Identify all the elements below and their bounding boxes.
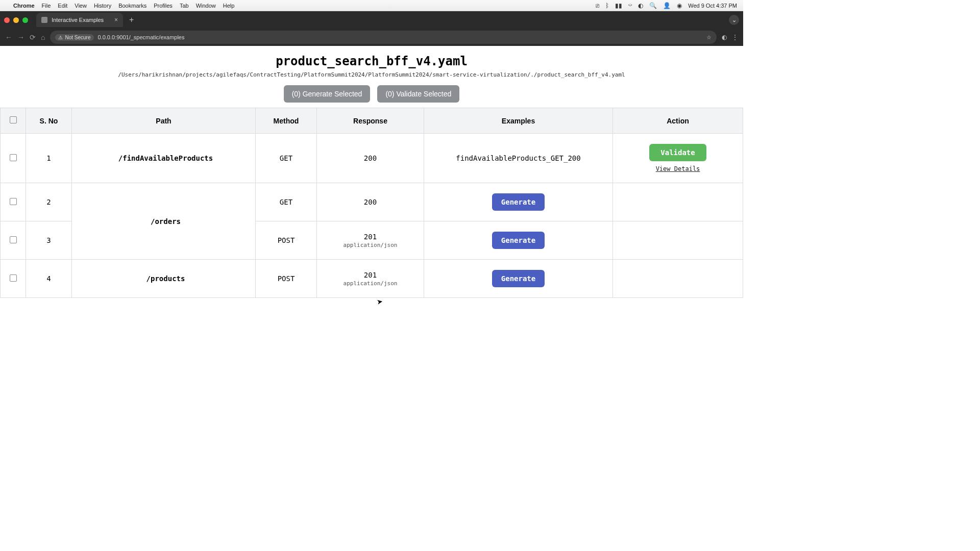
cursor-icon: ➤ — [376, 297, 384, 306]
menu-edit[interactable]: Edit — [58, 3, 67, 9]
siri-icon[interactable]: ◉ — [677, 2, 682, 9]
cell-response: 201 — [364, 271, 377, 279]
bluetooth-icon[interactable]: ᛒ — [605, 2, 609, 9]
browser-menu-icon[interactable]: ⋮ — [732, 34, 738, 41]
view-details-link[interactable]: View Details — [618, 165, 738, 172]
cell-path: /products — [72, 260, 256, 298]
url-text: 0.0.0.0:9001/_specmatic/examples — [98, 34, 185, 40]
header-sno: S. No — [26, 108, 72, 134]
row-checkbox[interactable] — [10, 198, 17, 205]
cell-response-sub: application/json — [322, 280, 419, 287]
menu-history[interactable]: History — [94, 3, 111, 9]
control-center-icon[interactable]: ◐ — [638, 2, 643, 9]
cell-response: 200 — [317, 134, 424, 183]
tab-close-icon[interactable]: × — [114, 16, 118, 23]
menu-bookmarks[interactable]: Bookmarks — [118, 3, 146, 9]
menu-window[interactable]: Window — [196, 3, 216, 9]
header-response: Response — [317, 108, 424, 134]
row-checkbox[interactable] — [10, 236, 17, 243]
nav-reload-icon[interactable]: ⟳ — [30, 33, 36, 41]
browser-tabstrip: Interactive Examples × + ⌄ — [0, 11, 743, 29]
cell-path: /findAvailableProducts — [72, 134, 256, 183]
macos-menubar: Chrome File Edit View History Bookmarks … — [0, 0, 743, 11]
cell-response: 200 — [317, 183, 424, 221]
cell-sno: 1 — [26, 134, 72, 183]
tabs-overflow-button[interactable]: ⌄ — [729, 15, 739, 25]
menu-profiles[interactable]: Profiles — [154, 3, 173, 9]
header-examples: Examples — [424, 108, 613, 134]
extension-icon[interactable]: ◐ — [722, 34, 727, 41]
new-tab-button[interactable]: + — [126, 15, 137, 24]
cell-example: findAvailableProducts_GET_200 — [424, 134, 613, 183]
generate-selected-button[interactable]: (0) Generate Selected — [284, 85, 371, 103]
row-checkbox[interactable] — [10, 274, 17, 282]
generate-button[interactable]: Generate — [492, 193, 545, 211]
not-secure-label: Not Secure — [65, 35, 90, 40]
table-row: 1 /findAvailableProducts GET 200 findAva… — [1, 134, 743, 183]
cell-method: GET — [256, 183, 317, 221]
browser-toolbar: ← → ⟳ ⌂ ⚠ Not Secure 0.0.0.0:9001/_specm… — [0, 29, 743, 46]
nav-forward-icon[interactable]: → — [17, 33, 24, 41]
cell-sno: 3 — [26, 221, 72, 260]
file-path: /Users/harikrishnan/projects/agilefaqs/C… — [0, 71, 743, 78]
menubar-app[interactable]: Chrome — [13, 3, 35, 9]
battery-icon[interactable]: ▮▮ — [615, 2, 622, 9]
header-action: Action — [613, 108, 743, 134]
warning-icon: ⚠ — [58, 35, 63, 40]
select-all-checkbox[interactable] — [10, 116, 17, 123]
cell-path: /orders — [72, 183, 256, 260]
validate-selected-button[interactable]: (0) Validate Selected — [377, 85, 459, 103]
cell-method: GET — [256, 134, 317, 183]
row-checkbox[interactable] — [10, 154, 17, 161]
cell-method: POST — [256, 260, 317, 298]
window-maximize-button[interactable] — [22, 17, 28, 23]
wifi-icon[interactable]: ⌔ — [628, 2, 632, 9]
table-row: 4 /products POST 201 application/json Ge… — [1, 260, 743, 298]
validate-button[interactable]: Validate — [649, 144, 706, 161]
favicon-icon — [41, 17, 47, 23]
cell-sno: 4 — [26, 260, 72, 298]
tab-title: Interactive Examples — [52, 17, 104, 23]
generate-button[interactable]: Generate — [492, 232, 545, 249]
nav-home-icon[interactable]: ⌂ — [41, 33, 45, 41]
window-close-button[interactable] — [4, 17, 10, 23]
header-path: Path — [72, 108, 256, 134]
cell-method: POST — [256, 221, 317, 260]
window-minimize-button[interactable] — [13, 17, 19, 23]
camera-icon[interactable]: ⎚ — [596, 2, 599, 9]
browser-tab[interactable]: Interactive Examples × — [36, 13, 123, 27]
endpoints-table: S. No Path Method Response Examples Acti… — [0, 108, 743, 298]
user-icon[interactable]: 👤 — [663, 2, 671, 9]
spotlight-icon[interactable]: 🔍 — [649, 2, 657, 9]
cell-response: 201 — [364, 233, 377, 241]
bookmark-star-icon[interactable]: ☆ — [706, 34, 712, 41]
menu-file[interactable]: File — [42, 3, 51, 9]
menu-tab[interactable]: Tab — [180, 3, 189, 9]
cell-response-sub: application/json — [322, 242, 419, 248]
security-badge[interactable]: ⚠ Not Secure — [55, 34, 93, 41]
page-title: product_search_bff_v4.yaml — [0, 54, 743, 68]
generate-button[interactable]: Generate — [492, 270, 545, 287]
address-bar[interactable]: ⚠ Not Secure 0.0.0.0:9001/_specmatic/exa… — [50, 31, 717, 44]
table-row: 2 /orders GET 200 Generate — [1, 183, 743, 221]
cell-sno: 2 — [26, 183, 72, 221]
menu-view[interactable]: View — [75, 3, 87, 9]
menu-help[interactable]: Help — [223, 3, 235, 9]
nav-back-icon[interactable]: ← — [5, 33, 12, 41]
menubar-clock[interactable]: Wed 9 Oct 4:37 PM — [688, 3, 737, 9]
page-content: product_search_bff_v4.yaml /Users/harikr… — [0, 46, 743, 416]
header-method: Method — [256, 108, 317, 134]
